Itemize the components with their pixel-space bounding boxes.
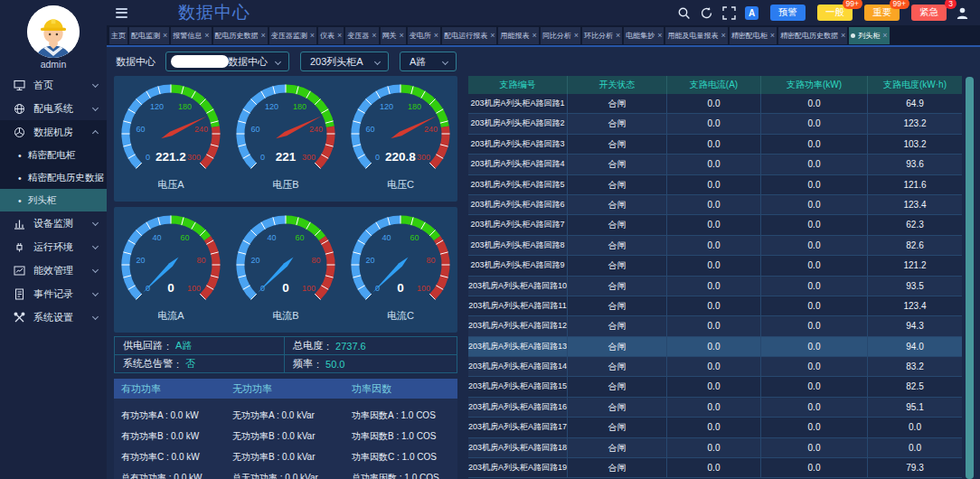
sidebar-item-4[interactable]: 运行环境 — [0, 235, 107, 258]
fullscreen-icon[interactable] — [722, 6, 736, 20]
branch-row-10[interactable]: 203机房A列头柜A路回路10合闸0.00.093.5 — [468, 277, 962, 296]
alert-button-0[interactable]: 预警 — [770, 5, 806, 21]
table-scrollbar[interactable] — [966, 77, 974, 479]
tab-10[interactable]: 用能报表× — [498, 27, 538, 44]
tab-17[interactable]: 列头柜× — [849, 27, 889, 44]
branch-cell: 合闸 — [568, 377, 667, 397]
alert-button-3[interactable]: 紧急3 — [911, 5, 947, 21]
tab-4[interactable]: 变压器监测× — [269, 27, 316, 44]
branch-row-1[interactable]: 203机房A列头柜A路回路1合闸0.00.064.9 — [468, 94, 962, 114]
branch-row-2[interactable]: 203机房A列头柜A路回路2合闸0.00.0123.2 — [468, 114, 962, 134]
tab-8[interactable]: 变电所× — [408, 27, 440, 44]
voltage-gauge-svg-0: 060120180240300221.2电压A — [114, 76, 228, 202]
tab-close-icon[interactable]: × — [400, 32, 404, 40]
tab-close-icon[interactable]: × — [721, 32, 725, 40]
tab-close-icon[interactable]: × — [434, 32, 438, 40]
sidebar-item-7[interactable]: 系统设置 — [0, 305, 107, 329]
branch-cell: 121.6 — [868, 175, 962, 195]
branch-row-16[interactable]: 203机房A列头柜A路回路16合闸0.00.095.1 — [468, 398, 962, 418]
tab-label: 仪表 — [320, 31, 335, 41]
power-system-icon — [14, 103, 25, 115]
tab-16[interactable]: 精密配电历史数据× — [778, 27, 847, 44]
branch-row-9[interactable]: 203机房A列头柜A路回路9合闸0.00.0121.2 — [468, 256, 962, 276]
sidebar-subitem-1[interactable]: •精密配电历史数据 — [0, 166, 107, 189]
tab-0[interactable]: 主页 — [109, 27, 127, 44]
svg-text:100: 100 — [302, 284, 316, 293]
tab-close-icon[interactable]: × — [337, 32, 342, 40]
current-gauge-2: 0204060801000电流C — [343, 207, 457, 333]
alert-button-2[interactable]: 重要99+ — [864, 5, 900, 21]
tab-11[interactable]: 同比分析× — [541, 27, 580, 44]
sidebar-item-3[interactable]: 设备监测 — [0, 211, 107, 235]
tab-close-icon[interactable]: × — [657, 32, 662, 40]
chevron-down-icon — [442, 59, 448, 65]
branch-row-18[interactable]: 203机房A列头柜A路回路18合闸0.00.00.0 — [468, 438, 962, 458]
summary-label: 频率 — [293, 357, 313, 371]
svg-text:100: 100 — [187, 284, 201, 293]
sidebar-item-6[interactable]: 事件记录 — [0, 282, 107, 305]
branch-row-8[interactable]: 203机房A列头柜A路回路8合闸0.00.082.6 — [468, 236, 962, 256]
tab-close-icon[interactable]: × — [163, 32, 167, 40]
bullet-icon: • — [18, 173, 22, 183]
tab-13[interactable]: 电能集抄× — [624, 27, 664, 44]
branch-row-13[interactable]: 203机房A列头柜A路回路13合闸0.00.094.0 — [468, 337, 962, 357]
search-icon[interactable] — [677, 6, 691, 20]
tab-close-icon[interactable]: × — [616, 32, 620, 40]
branch-row-7[interactable]: 203机房A列头柜A路回路7合闸0.00.062.3 — [468, 215, 962, 235]
branch-row-3[interactable]: 203机房A列头柜A路回路3合闸0.00.0103.2 — [468, 135, 962, 155]
tab-1[interactable]: 配电监测× — [129, 27, 169, 44]
branch-row-5[interactable]: 203机房A列头柜A路回路5合闸0.00.0121.6 — [468, 175, 962, 195]
alert-button-1[interactable]: 一般99+ — [817, 5, 853, 21]
tab-label: 配电监测 — [131, 31, 160, 41]
tab-close-icon[interactable]: × — [204, 32, 209, 40]
tab-7[interactable]: 网关× — [381, 27, 406, 44]
sidebar-item-1[interactable]: 配电系统 — [0, 97, 107, 120]
tab-close-icon[interactable]: × — [882, 32, 887, 40]
summary-label: 总电度 — [293, 339, 323, 352]
language-icon[interactable]: A — [745, 6, 759, 20]
sidebar-item-0[interactable]: 首页 — [0, 73, 107, 97]
branch-row-19[interactable]: 203机房A列头柜A路回路19合闸0.00.079.3 — [468, 458, 962, 478]
filter-select-2[interactable]: A路 — [400, 52, 457, 71]
user-icon[interactable] — [956, 6, 969, 20]
tab-14[interactable]: 用能及电量报表× — [665, 27, 727, 44]
menu-toggle-icon[interactable] — [116, 8, 127, 18]
tab-5[interactable]: 仪表× — [318, 27, 344, 44]
branch-cell: 123.2 — [868, 114, 962, 134]
power-cell: 功率因数B : 1.0 COS — [344, 430, 457, 443]
branch-row-14[interactable]: 203机房A列头柜A路回路14合闸0.00.083.2 — [468, 357, 962, 377]
tab-close-icon[interactable]: × — [310, 32, 315, 40]
branch-cell: 合闸 — [568, 418, 667, 437]
branch-row-12[interactable]: 203机房A列头柜A路回路12合闸0.00.094.3 — [468, 316, 962, 336]
tab-close-icon[interactable]: × — [490, 32, 495, 40]
tab-close-icon[interactable]: × — [372, 32, 376, 40]
sidebar-item-2[interactable]: 数据机房 — [0, 120, 107, 144]
tab-6[interactable]: 变压器× — [345, 27, 378, 44]
branch-cell: 0.0 — [667, 114, 761, 134]
branch-row-17[interactable]: 203机房A列头柜A路回路17合闸0.00.00.0 — [468, 418, 962, 437]
sidebar-subitem-0[interactable]: •精密配电柜 — [0, 144, 107, 166]
sidebar-item-label: 系统设置 — [33, 311, 73, 324]
tab-9[interactable]: 配电运行报表× — [442, 27, 496, 44]
tab-2[interactable]: 报警信息× — [171, 27, 211, 44]
sidebar-item-5[interactable]: 能效管理 — [0, 258, 107, 282]
branch-row-11[interactable]: 203机房A列头柜A路回路11合闸0.00.0123.4 — [468, 296, 962, 316]
tab-close-icon[interactable]: × — [770, 32, 775, 40]
sidebar-item-label: 能效管理 — [33, 264, 73, 277]
branch-cell: 203机房A列头柜A路回路14 — [468, 357, 568, 377]
branch-header-cell: 支路编号 — [468, 76, 568, 94]
branch-row-4[interactable]: 203机房A列头柜A路回路4合闸0.00.093.6 — [468, 155, 962, 174]
branch-row-6[interactable]: 203机房A列头柜A路回路6合闸0.00.0123.4 — [468, 195, 962, 215]
filter-select-1[interactable]: 203列头柜A — [300, 52, 389, 71]
filter-select-0[interactable]: 数据中心 — [165, 52, 289, 71]
tab-15[interactable]: 精密配电柜× — [730, 27, 777, 44]
tab-close-icon[interactable]: × — [261, 32, 266, 40]
sidebar-subitem-2[interactable]: •列头柜 — [0, 189, 107, 211]
tab-12[interactable]: 环比分析× — [582, 27, 622, 44]
tab-close-icon[interactable]: × — [841, 32, 845, 40]
tab-3[interactable]: 配电历史数据× — [213, 27, 268, 44]
branch-row-15[interactable]: 203机房A列头柜A路回路15合闸0.00.082.5 — [468, 377, 962, 397]
tab-close-icon[interactable]: × — [574, 32, 579, 40]
refresh-icon[interactable] — [700, 6, 713, 20]
tab-close-icon[interactable]: × — [532, 32, 536, 40]
